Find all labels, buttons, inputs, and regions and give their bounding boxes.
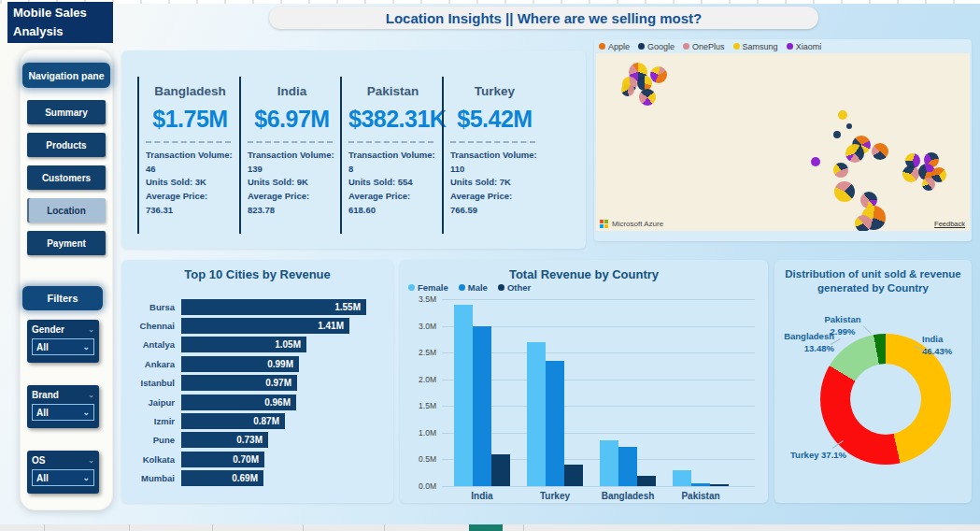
kpi-detail-line: Units Sold: 3K [146,176,234,190]
bar-track: 0.96M [181,395,385,410]
column-other[interactable] [564,465,583,486]
revenue-bar[interactable]: 0.73M [181,432,268,448]
bar-track: 0.69M [181,470,385,486]
active-sheet-tab[interactable] [469,524,503,531]
legend-label: Apple [608,42,630,51]
revenue-bar[interactable]: 1.55M [181,299,366,315]
column-male[interactable] [691,483,710,486]
bar-row: Antalya1.05M [131,336,385,354]
column-other[interactable] [491,454,510,486]
revenue-bar[interactable]: 0.70M [181,452,264,467]
map-pie-marker [846,123,852,129]
dashed-divider [450,141,535,143]
sidebar-item-location[interactable]: Location [27,198,106,222]
filter-dropdown-gender[interactable]: All⌄ [32,338,94,355]
revenue-by-country-chart: Total Revenue by Country FemaleMaleOther… [400,260,768,503]
kpi-detail-line: Average Price: 823.78 [248,190,336,217]
map-legend-item-samsung[interactable]: Samsung [733,42,778,51]
filter-label-text: Gender [32,324,64,335]
navigation-pane-header[interactable]: Navigation pane [22,63,110,88]
bar-track: 1.41M [181,318,385,334]
map-legend-item-apple[interactable]: Apple [599,42,630,51]
x-axis-label: Bangladesh [592,491,663,501]
map-legend-item-xiaomi[interactable]: Xiaomi [787,42,822,51]
kpi-detail-line: Transaction Volume: 110 [450,149,539,176]
map-pie-marker [902,165,919,182]
legend-label: Other [507,282,531,293]
column-other[interactable] [710,484,729,486]
top-cities-chart: Top 10 Cities by Revenue Bursa1.55MChenn… [121,260,393,503]
column-male[interactable] [473,326,491,486]
y-axis-tick: 1.5M [405,401,436,410]
chart-title: Distribution of unit sold & revenue gene… [774,260,972,295]
feedback-link[interactable]: Feedback [934,220,965,228]
column-female[interactable] [454,305,473,486]
legend-dot [459,284,465,291]
bar-track: 0.99M [181,356,385,372]
sidebar-item-payment[interactable]: Payment [27,231,106,255]
column-male[interactable] [618,447,637,486]
page-title: Location Insights || Where are we sellin… [269,7,818,29]
map-pie-marker [621,83,634,96]
revenue-bar[interactable]: 0.99M [181,356,299,372]
y-axis-tick: 1.0M [405,428,436,438]
bar-value-label: 0.70M [233,454,264,465]
revenue-bar[interactable]: 0.87M [181,413,285,429]
bar-value-label: 0.73M [236,435,268,445]
x-axis-label: Pakistan [665,491,736,501]
bar-value-label: 1.05M [275,339,306,350]
gridline [442,486,755,487]
kpi-detail-line: Average Price: 736.31 [146,190,234,217]
chevron-down-icon: ⌄ [82,408,90,417]
kpi-details: Transaction Volume: 110Units Sold: 7KAve… [450,149,539,218]
tab-divider [212,524,213,531]
map-attribution: Microsoft Azure [600,220,663,228]
dashed-divider [146,141,231,143]
legend-label: Female [418,282,448,293]
sidebar-item-products[interactable]: Products [27,133,106,157]
map-panel: AppleGoogleOnePlusSamsungXiaomi Microsof… [594,39,972,241]
bar-row: Mumbai0.69M [131,469,385,488]
revenue-bar[interactable]: 1.05M [181,337,306,352]
category-label: Ankara [131,359,181,369]
revenue-bar[interactable]: 0.69M [181,470,263,486]
filter-dropdown-brand[interactable]: All⌄ [32,404,94,421]
azure-map[interactable]: Microsoft Azure Feedback [596,53,970,231]
column-other[interactable] [637,476,656,486]
kpi-country: Turkey [450,84,539,98]
map-legend-item-oneplus[interactable]: OnePlus [683,42,725,51]
category-label: Izmir [131,416,181,426]
revenue-bar[interactable]: 0.97M [181,375,297,391]
legend-item-male[interactable]: Male [459,282,488,293]
legend-item-female[interactable]: Female [408,282,448,293]
kpi-country: India [248,84,336,98]
y-axis-tick: 0.5M [405,454,436,464]
legend-dot [599,43,605,50]
map-legend-item-google[interactable]: Google [638,42,675,51]
column-female[interactable] [527,342,546,486]
kpi-detail-line: Average Price: 618.60 [348,190,437,217]
filter-label-text: Brand [32,390,59,400]
filter-card-os: OS⌄All⌄ [27,451,99,494]
kpi-card-turkey: Turkey$5.42MTransaction Volume: 110Units… [442,77,539,234]
column-female[interactable] [600,440,618,486]
sidebar-item-customers[interactable]: Customers [27,165,106,190]
filters-header[interactable]: Filters [22,286,103,310]
sheet-tab-bar[interactable] [0,524,980,531]
kpi-country: Pakistan [348,84,437,98]
kpi-card-india: India$6.97MTransaction Volume: 139Units … [239,77,336,234]
revenue-bar[interactable]: 1.41M [181,318,349,334]
filter-dropdown-os[interactable]: All⌄ [32,469,94,486]
revenue-bar[interactable]: 0.96M [181,395,296,410]
column-female[interactable] [673,470,691,486]
bar-row: Ankara0.99M [131,354,385,373]
y-axis-tick: 2.0M [405,375,436,384]
column-male[interactable] [546,361,564,486]
chevron-down-icon: ⌄ [88,391,94,399]
microsoft-logo [600,220,608,228]
donut-hole [850,364,921,435]
chevron-down-icon: ⌄ [82,473,90,482]
legend-item-other[interactable]: Other [498,282,531,293]
sidebar-item-summary[interactable]: Summary [27,100,106,124]
map-pie-marker [838,110,847,120]
